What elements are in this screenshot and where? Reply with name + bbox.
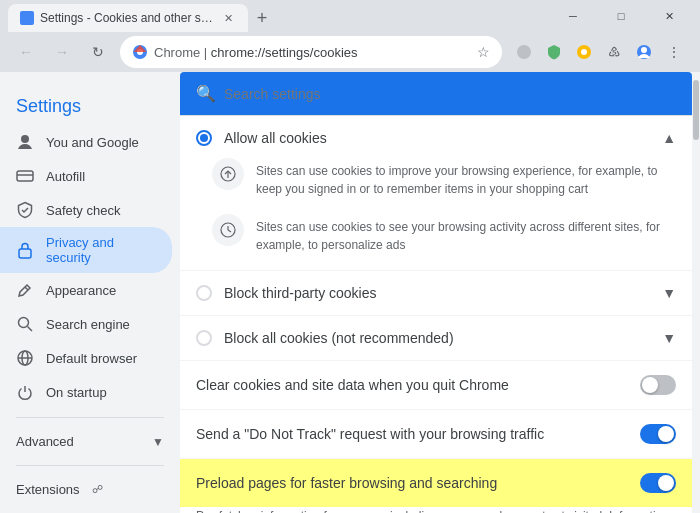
sidebar-label-autofill: Autofill	[46, 169, 85, 184]
sidebar-divider-2	[16, 465, 164, 466]
sidebar-label-search-engine: Search engine	[46, 317, 130, 332]
url-scheme: Chrome |	[154, 45, 211, 60]
svg-point-6	[641, 47, 647, 53]
active-tab[interactable]: Settings - Cookies and other site ... ✕	[8, 4, 248, 32]
tab-strip: Settings - Cookies and other site ... ✕ …	[8, 0, 542, 32]
clear-cookies-toggle[interactable]	[640, 375, 676, 395]
url-path: chrome://settings/cookies	[211, 45, 358, 60]
search-input[interactable]	[224, 86, 676, 102]
chrome-icon	[132, 44, 148, 60]
sidebar-label-you-and-google: You and Google	[46, 135, 139, 150]
sidebar-item-appearance[interactable]: Appearance	[0, 273, 172, 307]
extension-puzzle-icon[interactable]	[510, 38, 538, 66]
block-third-party-label: Block third-party cookies	[224, 285, 650, 301]
sidebar-label-appearance: Appearance	[46, 283, 116, 298]
sidebar-item-extensions[interactable]: Extensions ☍	[0, 474, 180, 505]
sidebar-item-search-engine[interactable]: Search engine	[0, 307, 172, 341]
allow-all-chevron: ▲	[662, 130, 676, 146]
menu-icon[interactable]: ⋮	[660, 38, 688, 66]
do-not-track-row: Send a "Do Not Track" request with your …	[180, 410, 692, 459]
svg-line-21	[228, 230, 231, 232]
sub-option-personalize: Sites can use cookies to see your browsi…	[180, 206, 692, 262]
card-icon	[16, 167, 34, 185]
sidebar-item-autofill[interactable]: Autofill	[0, 159, 172, 193]
allow-all-radio[interactable]	[196, 130, 212, 146]
browser-icon	[16, 349, 34, 367]
preload-desc: Pre-fetches information from pages, incl…	[180, 507, 692, 513]
settings-content: Allow all cookies ▲ Sites can use c	[180, 116, 692, 513]
sidebar-item-safety-check[interactable]: Safety check	[0, 193, 172, 227]
sub-option-personalize-text: Sites can use cookies to see your browsi…	[256, 214, 676, 254]
maximize-button[interactable]: □	[598, 0, 644, 32]
advanced-label: Advanced	[16, 434, 74, 449]
sidebar-label-privacy-security: Privacy and security	[46, 235, 156, 265]
preload-knob	[658, 475, 674, 491]
svg-point-2	[517, 45, 531, 59]
reload-button[interactable]: ↻	[84, 38, 112, 66]
scrollbar[interactable]	[692, 72, 700, 513]
sidebar-title: Settings	[0, 80, 180, 125]
shield-check-icon	[16, 201, 34, 219]
chevron-down-icon: ▼	[152, 435, 164, 449]
do-not-track-label: Send a "Do Not Track" request with your …	[196, 426, 628, 442]
person-icon	[16, 133, 34, 151]
sidebar-label-on-startup: On startup	[46, 385, 107, 400]
sidebar-item-privacy-security[interactable]: Privacy and security	[0, 227, 172, 273]
sub-option-signin: Sites can use cookies to improve your br…	[180, 150, 692, 206]
bookmark-star[interactable]: ☆	[477, 44, 490, 60]
power-icon	[16, 383, 34, 401]
do-not-track-toggle[interactable]	[640, 424, 676, 444]
cookie-activity-icon	[212, 214, 244, 246]
clear-cookies-knob	[642, 377, 658, 393]
svg-point-4	[581, 49, 587, 55]
preload-row: Preload pages for faster browsing and se…	[180, 459, 692, 507]
sidebar-item-on-startup[interactable]: On startup	[0, 375, 172, 409]
back-button[interactable]: ←	[12, 38, 40, 66]
block-all-label: Block all cookies (not recommended)	[224, 330, 650, 346]
profile-icon[interactable]	[630, 38, 658, 66]
lock-icon	[16, 241, 34, 259]
preload-label: Preload pages for faster browsing and se…	[196, 475, 628, 491]
svg-line-11	[25, 287, 28, 290]
sidebar-label-safety-check: Safety check	[46, 203, 120, 218]
do-not-track-knob	[658, 426, 674, 442]
address-bar: ← → ↻ Chrome | chrome://settings/cookies…	[0, 32, 700, 72]
allow-all-label: Allow all cookies	[224, 130, 650, 146]
sidebar-item-default-browser[interactable]: Default browser	[0, 341, 172, 375]
clear-cookies-label: Clear cookies and site data when you qui…	[196, 377, 628, 393]
forward-button[interactable]: →	[48, 38, 76, 66]
window-controls: ─ □ ✕	[550, 0, 692, 32]
sub-option-signin-text: Sites can use cookies to improve your br…	[256, 158, 676, 198]
new-tab-button[interactable]: +	[248, 4, 276, 32]
extensions-icon[interactable]: ♷	[600, 38, 628, 66]
block-third-party-radio[interactable]	[196, 285, 212, 301]
block-all-option[interactable]: Block all cookies (not recommended) ▼	[180, 316, 692, 361]
sidebar-advanced-section[interactable]: Advanced ▼	[0, 426, 180, 457]
svg-point-12	[19, 318, 29, 328]
sidebar-label-default-browser: Default browser	[46, 351, 137, 366]
url-display: Chrome | chrome://settings/cookies	[154, 45, 471, 60]
close-button[interactable]: ✕	[646, 0, 692, 32]
brush-icon	[16, 281, 34, 299]
block-all-radio[interactable]	[196, 330, 212, 346]
clear-cookies-row: Clear cookies and site data when you qui…	[180, 361, 692, 410]
shield-icon[interactable]	[540, 38, 568, 66]
toolbar-icons: ♷ ⋮	[510, 38, 688, 66]
svg-rect-8	[17, 171, 33, 181]
tab-close-button[interactable]: ✕	[220, 10, 236, 26]
allow-all-cookies-option[interactable]: Allow all cookies ▲	[180, 116, 692, 150]
block-third-party-chevron: ▼	[662, 285, 676, 301]
sidebar-item-about-chrome[interactable]: About Chrome	[0, 505, 172, 513]
external-link-icon: ☍	[92, 483, 103, 496]
minimize-button[interactable]: ─	[550, 0, 596, 32]
color-wheel-icon[interactable]	[570, 38, 598, 66]
preload-toggle[interactable]	[640, 473, 676, 493]
block-third-party-option[interactable]: Block third-party cookies ▼	[180, 271, 692, 316]
address-omnibox[interactable]: Chrome | chrome://settings/cookies ☆	[120, 36, 502, 68]
block-all-chevron: ▼	[662, 330, 676, 346]
cookie-improve-icon	[212, 158, 244, 190]
scrollbar-thumb[interactable]	[693, 80, 699, 140]
extensions-label: Extensions	[16, 482, 80, 497]
tab-favicon	[20, 11, 34, 25]
sidebar-item-you-and-google[interactable]: You and Google	[0, 125, 172, 159]
